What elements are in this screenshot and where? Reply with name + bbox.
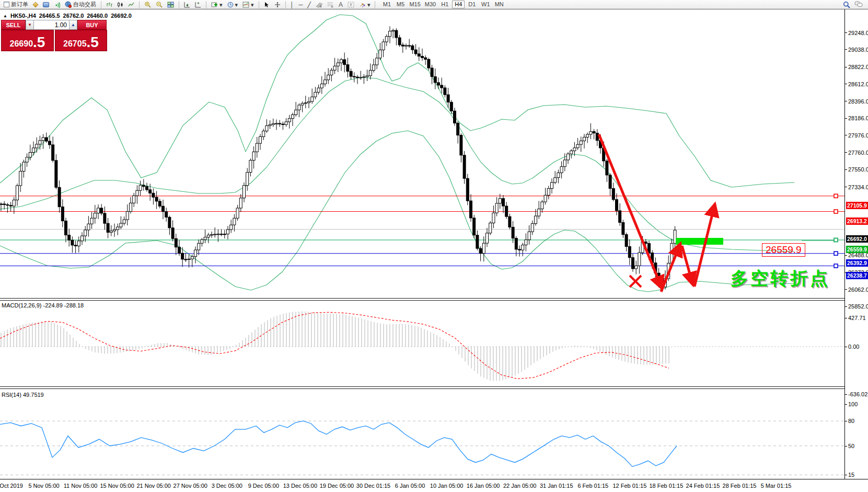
indicators-button[interactable]: ▾: [210, 1, 224, 9]
autotrade-button[interactable]: 自动交易: [63, 1, 98, 9]
bar-chart-icon: [106, 2, 112, 8]
timeframe-m15[interactable]: M15: [408, 1, 422, 8]
timeframe-w1[interactable]: W1: [479, 1, 492, 8]
candlestick-chart-button[interactable]: [115, 1, 125, 9]
price-tag: 26238.7: [846, 272, 868, 279]
time-axis-label: 18 Feb 01:15: [649, 483, 683, 489]
price-axis[interactable]: 29248.029038.028822.028612.028396.028186…: [844, 9, 868, 479]
fibonacci-icon: F: [327, 2, 334, 8]
zoom-out-button[interactable]: [154, 1, 164, 9]
autotrade-globe-icon: [65, 1, 72, 8]
price-tag: 26559.9: [846, 246, 868, 253]
turning-point-note[interactable]: 多空转折点: [731, 267, 830, 291]
ohlc-low: 26460.0: [87, 13, 108, 19]
time-axis-label: 6 Feb 01:15: [577, 483, 608, 489]
pane-separator[interactable]: [0, 298, 868, 301]
templates-button[interactable]: ▾: [241, 1, 256, 9]
line-chart-button[interactable]: [126, 1, 136, 9]
line-chart-icon: [128, 2, 134, 8]
rsi-pane[interactable]: [0, 390, 844, 479]
time-axis-label: 24 Feb 01:15: [686, 483, 720, 489]
fibonacci-tool[interactable]: F: [326, 1, 335, 9]
sell-button[interactable]: SELL: [1, 20, 26, 30]
chart-shift-button[interactable]: [182, 1, 192, 9]
bar-chart-button[interactable]: [105, 1, 114, 9]
price-tag: 27105.9: [846, 202, 868, 209]
cursor-tool-button[interactable]: [262, 1, 271, 9]
dropdown-caret: ▾: [367, 1, 371, 8]
trendline-icon: ╱: [307, 1, 311, 8]
dropdown-caret: ▾: [219, 1, 223, 8]
time-axis-label: 27 Nov 05:00: [173, 483, 207, 489]
toolbar-right: [843, 1, 866, 8]
indicators-plus-icon: [211, 2, 218, 8]
sell-price-frac: .5: [33, 36, 45, 49]
buy-price-button[interactable]: 26705.5: [55, 30, 107, 51]
chart-area[interactable]: ▲ HK50-,H4 26465.5 26762.0 26460.0 26692…: [0, 9, 868, 492]
buy-price-main: 26705: [63, 39, 87, 49]
ohlc-open: 26465.5: [39, 13, 60, 19]
volume-input[interactable]: [34, 20, 69, 30]
signals-button[interactable]: [52, 1, 62, 9]
time-axis-label: 28 Feb 01:15: [723, 483, 757, 489]
zoom-in-button[interactable]: [143, 1, 153, 9]
text-tool[interactable]: A: [337, 1, 344, 9]
dropdown-caret: ▾: [235, 1, 238, 8]
timeframe-h1[interactable]: H1: [438, 1, 451, 8]
mt4-terminal: 新订单 自动交易 ▾ ▾ ▾ │ ─: [0, 0, 868, 492]
buy-button[interactable]: BUY: [77, 20, 107, 30]
price-axis-tick: 26062.0: [845, 287, 868, 293]
toolbar-separator: [179, 1, 179, 8]
tile-windows-button[interactable]: [166, 1, 176, 9]
equidistant-channel-tool[interactable]: E: [314, 1, 324, 9]
time-axis[interactable]: 30 Oct 20195 Nov 05:0011 Nov 05:0015 Nov…: [0, 479, 868, 492]
price-axis-tick: 25852.0: [845, 303, 868, 310]
label-tool[interactable]: T: [346, 1, 356, 9]
data-window-button[interactable]: [41, 1, 51, 9]
time-axis-label: 6 Jan 05:00: [395, 483, 425, 489]
price-axis-tick: 427.71: [845, 315, 866, 321]
pane-separator[interactable]: [0, 386, 868, 389]
time-axis-label: 5 Mar 01:15: [761, 483, 792, 489]
timeframe-m5[interactable]: M5: [394, 1, 407, 8]
main-price-pane[interactable]: [0, 9, 844, 298]
chat-icon[interactable]: [854, 1, 863, 8]
crosshair-tool-button[interactable]: [273, 1, 282, 9]
label-t-icon: T: [348, 2, 354, 8]
highlight-price-label[interactable]: 26559.9: [762, 243, 805, 257]
svg-text:F: F: [331, 5, 333, 8]
price-axis-tick: 27334.0: [845, 184, 868, 190]
vertical-line-tool[interactable]: │: [289, 1, 296, 9]
toolbar-separator: [285, 1, 286, 8]
volume-increase-button[interactable]: ▲: [69, 20, 77, 30]
auto-scroll-icon: [195, 2, 201, 8]
macd-pane[interactable]: [0, 301, 844, 386]
horizontal-line-icon: ─: [298, 1, 303, 8]
auto-scroll-button[interactable]: [193, 1, 203, 9]
volume-decrease-button[interactable]: ▼: [26, 20, 34, 30]
timeframe-d1[interactable]: D1: [466, 1, 478, 8]
toolbar-separator: [101, 1, 101, 8]
tile-windows-icon: [167, 2, 174, 8]
time-axis-label: 9 Dec 05:00: [248, 483, 279, 489]
toolbar-separator: [259, 1, 259, 8]
sell-price-main: 26690: [10, 39, 33, 49]
periods-button[interactable]: ▾: [226, 1, 240, 9]
market-watch-button[interactable]: [31, 1, 40, 9]
price-axis-tick: 27550.0: [845, 166, 868, 173]
timeframe-m1[interactable]: M1: [380, 1, 393, 8]
timeframe-mn[interactable]: MN: [493, 1, 505, 8]
new-order-button[interactable]: 新订单: [2, 1, 30, 9]
sell-price-button[interactable]: 26690.5: [1, 30, 54, 51]
horizontal-line-tool[interactable]: ─: [297, 1, 304, 9]
new-order-label: 新订单: [11, 1, 28, 8]
search-icon[interactable]: [843, 1, 850, 8]
arrows-tool[interactable]: ▾: [357, 1, 372, 9]
zoom-in-icon: [144, 1, 151, 8]
trendline-tool[interactable]: ╱: [306, 1, 313, 9]
cursor-icon: [264, 2, 270, 8]
timeframe-m30[interactable]: M30: [423, 1, 437, 8]
timeframe-h4[interactable]: H4: [452, 1, 465, 8]
autotrade-label: 自动交易: [73, 1, 96, 8]
time-axis-label: 30 Oct 2019: [0, 483, 23, 489]
